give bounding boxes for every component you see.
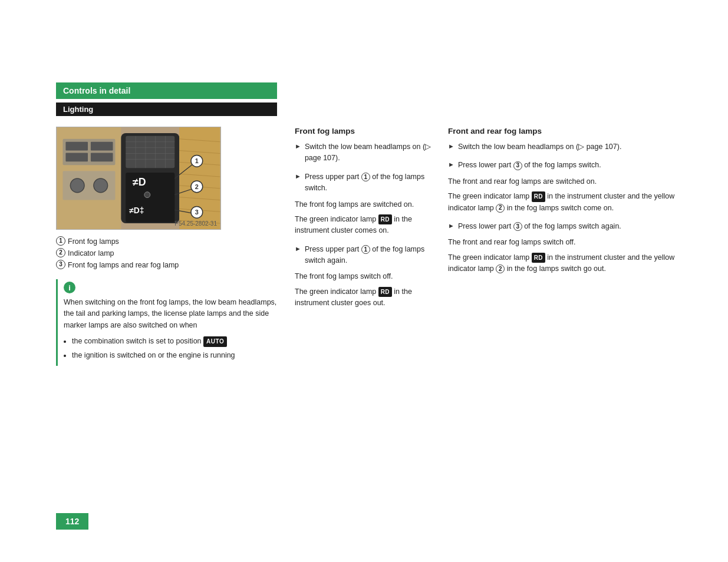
front-fog-step-3: ► Press upper part 1 of the fog lamps sw… bbox=[295, 244, 436, 309]
info-intro-text: When switching on the front fog lamps, t… bbox=[64, 297, 286, 331]
step-item: ► Switch the low beam headlamps on (▷ pa… bbox=[448, 141, 678, 153]
image-caption: P54.25-2802-31 bbox=[174, 220, 217, 227]
step-item: ► Press upper part 1 of the fog lamps sw… bbox=[295, 244, 436, 267]
step-item: ► Press upper part 1 of the fog lamps sw… bbox=[295, 171, 436, 194]
left-column: ≠D ≠D‡ bbox=[56, 127, 286, 366]
rear-fog-step-3: ► Press lower part 3 of the fog lamps sw… bbox=[448, 221, 678, 275]
arrow-icon: ► bbox=[295, 143, 301, 150]
result-text: The green indicator lamp RD in the instr… bbox=[448, 252, 678, 275]
arrow-icon: ► bbox=[448, 161, 454, 168]
svg-text:3: 3 bbox=[195, 209, 199, 216]
info-bullet-1: the combination switch is set to positio… bbox=[72, 336, 286, 347]
svg-rect-28 bbox=[65, 153, 88, 161]
arrow-icon: ► bbox=[295, 245, 301, 252]
lamp-badge: RD bbox=[532, 191, 545, 202]
result-text: The green indicator lamp RD in the instr… bbox=[448, 191, 678, 214]
step-text: Switch the low beam headlamps on (▷ page… bbox=[305, 141, 436, 164]
lamp-badge: RD bbox=[378, 287, 392, 297]
svg-rect-3 bbox=[126, 136, 174, 168]
arrow-icon: ► bbox=[295, 173, 301, 180]
legend-item-3: 3 Front fog lamps and rear fog lamp bbox=[56, 259, 286, 271]
step-item: ► Press lower part 3 of the fog lamps sw… bbox=[448, 221, 678, 232]
step-text: Press upper part 1 of the fog lamps swit… bbox=[305, 171, 436, 194]
page-container: Controls in detail Lighting bbox=[0, 0, 728, 562]
page-number-box: 112 bbox=[56, 513, 88, 530]
svg-text:≠D‡: ≠D‡ bbox=[129, 206, 144, 215]
legend-num-2: 2 bbox=[56, 248, 65, 257]
legend-item-2: 2 Indicator lamp bbox=[56, 247, 286, 259]
svg-point-14 bbox=[144, 192, 150, 198]
lamp-badge: RD bbox=[378, 214, 392, 225]
bullet-1-text: the combination switch is set to positio… bbox=[72, 337, 202, 345]
car-dashboard-svg: ≠D ≠D‡ bbox=[57, 127, 220, 229]
info-box: i When switching on the front fog lamps,… bbox=[56, 279, 286, 366]
legend-item-1: 1 Front fog lamps bbox=[56, 236, 286, 247]
result-text: The front fog lamps are switched on. bbox=[295, 199, 436, 210]
svg-text:2: 2 bbox=[195, 183, 199, 190]
auto-badge: AUTO bbox=[203, 336, 227, 347]
result-text: The green indicator lamp RD in the instr… bbox=[295, 286, 436, 309]
front-rear-fog-lamps-title: Front and rear fog lamps bbox=[448, 127, 678, 135]
result-text: The front fog lamps switch off. bbox=[295, 271, 436, 282]
legend-label-1: Front fog lamps bbox=[68, 236, 119, 247]
result-text: The front and rear fog lamps are switche… bbox=[448, 176, 678, 187]
arrow-icon: ► bbox=[448, 143, 454, 150]
info-bullet-list: the combination switch is set to positio… bbox=[64, 336, 286, 361]
arrow-icon: ► bbox=[448, 222, 454, 229]
rear-fog-step-1: ► Switch the low beam headlamps on (▷ pa… bbox=[448, 141, 678, 153]
front-fog-lamps-title: Front fog lamps bbox=[295, 127, 436, 135]
legend-label-2: Indicator lamp bbox=[68, 247, 114, 259]
front-fog-step-1: ► Switch the low beam headlamps on (▷ pa… bbox=[295, 141, 436, 164]
section-title-bar: Lighting bbox=[56, 103, 277, 116]
lamp-badge: RD bbox=[532, 253, 545, 263]
front-fog-lamps-column: Front fog lamps ► Switch the low beam he… bbox=[295, 127, 436, 316]
info-bullet-2: the ignition is switched on or the engin… bbox=[72, 350, 286, 361]
step-item: ► Switch the low beam headlamps on (▷ pa… bbox=[295, 141, 436, 164]
bullet-2-text: the ignition is switched on or the engin… bbox=[72, 351, 235, 359]
step-text: Press lower part 3 of the fog lamps swit… bbox=[458, 221, 621, 232]
parts-legend: 1 Front fog lamps 2 Indicator lamp 3 Fro… bbox=[56, 236, 286, 271]
result-text: The front and rear fog lamps switch off. bbox=[448, 237, 678, 248]
front-rear-fog-lamps-column: Front and rear fog lamps ► Switch the lo… bbox=[448, 127, 678, 282]
svg-text:≠D: ≠D bbox=[133, 176, 146, 188]
step-text: Press upper part 1 of the fog lamps swit… bbox=[305, 244, 436, 267]
step-text: Switch the low beam headlamps on (▷ page… bbox=[458, 141, 622, 153]
legend-label-3: Front fog lamps and rear fog lamp bbox=[68, 259, 179, 271]
svg-rect-27 bbox=[91, 142, 113, 151]
svg-rect-29 bbox=[91, 153, 113, 161]
svg-point-32 bbox=[94, 178, 108, 193]
rear-fog-step-2: ► Press lower part 3 of the fog lamps sw… bbox=[448, 160, 678, 214]
svg-text:1: 1 bbox=[195, 157, 199, 164]
car-image: ≠D ≠D‡ bbox=[56, 127, 221, 230]
step-item: ► Press lower part 3 of the fog lamps sw… bbox=[448, 160, 678, 171]
header-bar: Controls in detail bbox=[56, 82, 277, 99]
info-icon: i bbox=[64, 282, 75, 293]
section-title: Lighting bbox=[63, 105, 93, 114]
page-number: 112 bbox=[65, 517, 79, 526]
legend-num-3: 3 bbox=[56, 260, 65, 269]
step-text: Press lower part 3 of the fog lamps swit… bbox=[458, 160, 601, 171]
result-text: The green indicator lamp RD in the instr… bbox=[295, 214, 436, 237]
svg-rect-26 bbox=[65, 142, 88, 151]
front-fog-step-2: ► Press upper part 1 of the fog lamps sw… bbox=[295, 171, 436, 237]
legend-num-1: 1 bbox=[56, 236, 65, 246]
header-title: Controls in detail bbox=[63, 86, 130, 95]
svg-point-31 bbox=[70, 178, 84, 193]
